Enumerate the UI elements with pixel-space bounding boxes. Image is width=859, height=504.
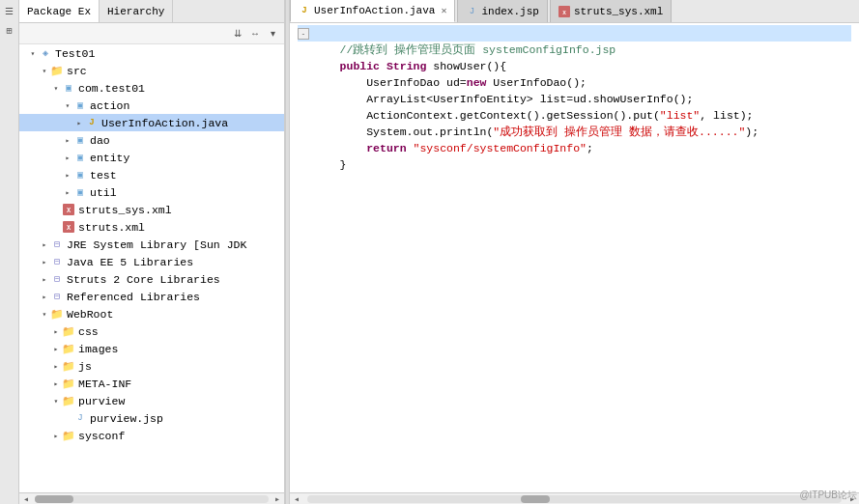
editor-tab-index[interactable]: J index.jsp [457, 0, 547, 22]
project-tree: ▾ ◈ Test01 ▾ 📁 src ▾ ▣ com.test01 [19, 44, 284, 492]
tree-item-test[interactable]: ▸ ▣ test [19, 166, 284, 183]
left-icon-1[interactable]: ☰ [2, 4, 17, 19]
xml-icon-struts-sys: X [62, 203, 75, 216]
code-line-method-decl: public String showUser(){ [298, 58, 851, 74]
arrow-com-test01: ▾ [50, 82, 62, 94]
tree-item-test01[interactable]: ▾ ◈ Test01 [19, 44, 284, 62]
editor-tab-struts-sys[interactable]: X struts_sys.xml [550, 0, 672, 22]
label-userinfo-action: UserInfoAction.java [101, 117, 228, 129]
tree-item-entity[interactable]: ▸ ▣ entity [19, 149, 284, 166]
tree-item-com-test01[interactable]: ▾ ▣ com.test01 [19, 79, 284, 97]
code-line-arraylist: ArrayList<UserInfoEntity> list=ud.showUs… [298, 91, 851, 107]
link-editor-button[interactable]: ↔ [247, 26, 263, 42]
label-test: test [90, 169, 117, 182]
jsp-icon-purview: J [73, 411, 87, 425]
left-icon-strip: ☰ ⊞ [0, 0, 19, 504]
code-comment-text: //跳转到 操作管理员页面 systemConfigInfo.jsp [313, 42, 616, 58]
tree-item-purview-jsp[interactable]: ▸ J purview.jsp [19, 409, 284, 427]
xml-icon-struts: X [62, 220, 75, 234]
code-line-close-brace: } [298, 156, 851, 173]
code-editor[interactable]: - //跳转到 操作管理员页面 systemConfigInfo.jsp pub… [290, 23, 859, 492]
label-jre: JRE System Library [Sun JDK [67, 238, 246, 251]
svg-text:X: X [562, 10, 566, 16]
editor-tab-userinfo-label: UserInfoAction.java [314, 5, 435, 16]
label-webroot: WebRoot [67, 308, 113, 321]
tree-item-jre[interactable]: ▸ ⊟ JRE System Library [Sun JDK [19, 236, 284, 253]
code-arraylist: ArrayList<UserInfoEntity> list=ud.showUs… [313, 91, 693, 107]
code-content: - //跳转到 操作管理员页面 systemConfigInfo.jsp pub… [290, 23, 859, 492]
arrow-images: ▸ [50, 343, 62, 354]
arrow-dao: ▸ [62, 134, 73, 146]
left-icon-2[interactable]: ⊞ [2, 23, 17, 39]
java-tab-icon: J [299, 5, 310, 16]
collapse-btn-1[interactable]: - [298, 28, 309, 40]
menu-button[interactable]: ▾ [265, 26, 280, 42]
code-line-dao-init: UserInfoDao ud=new UserInfoDao(); [298, 74, 851, 91]
label-javaee: Java EE 5 Libraries [67, 256, 193, 268]
arrow-javaee: ▸ [39, 256, 50, 267]
tree-item-js[interactable]: ▸ 📁 js [19, 357, 284, 375]
tree-item-userinfo-action[interactable]: ▸ J UserInfoAction.java [19, 114, 284, 131]
scroll-track-horizontal [35, 495, 269, 503]
label-js: js [78, 360, 92, 373]
tree-item-struts-xml[interactable]: ▸ X struts.xml [19, 218, 284, 236]
tab-hierarchy[interactable]: Hierarchy [100, 0, 173, 22]
scroll-thumb-horizontal[interactable] [35, 495, 73, 503]
tree-item-images[interactable]: ▸ 📁 images [19, 340, 284, 357]
tab-close-userinfo[interactable]: ✕ [441, 5, 446, 16]
tree-item-struts-sys-xml[interactable]: ▸ X struts_sys.xml [19, 201, 284, 218]
editor-scroll-thumb[interactable] [521, 495, 550, 503]
label-sysconf: sysconf [78, 430, 125, 442]
scroll-right-btn[interactable]: ▸ [271, 493, 284, 505]
label-action: action [90, 99, 129, 112]
tree-item-referenced-libs[interactable]: ▸ ⊟ Referenced Libraries [19, 288, 284, 305]
tree-item-meta-inf[interactable]: ▸ 📁 META-INF [19, 375, 284, 392]
panel-tabs: Package Ex Hierarchy [19, 0, 284, 23]
label-images: images [78, 343, 118, 355]
editor-tab-userinfo[interactable]: J UserInfoAction.java ✕ [290, 0, 455, 22]
java-icon-userinfo: J [85, 116, 99, 129]
tree-item-action[interactable]: ▾ ▣ action [19, 97, 284, 114]
tree-item-util[interactable]: ▸ ▣ util [19, 183, 284, 201]
arrow-purview: ▾ [50, 395, 62, 406]
arrow-webroot: ▾ [39, 308, 50, 320]
code-line-return: return "sysconf/systemConfigInfo"; [298, 140, 851, 156]
close-brace: } [313, 156, 347, 173]
editor-scrollbar[interactable]: ◂ ▸ [290, 492, 859, 504]
code-println: System.out.println("成功获取到 操作员管理 数据，请查收..… [313, 124, 759, 140]
tab-package-explorer[interactable]: Package Ex [19, 0, 100, 22]
tree-item-dao[interactable]: ▸ ▣ dao [19, 131, 284, 149]
collapse-all-button[interactable]: ⇊ [230, 26, 245, 42]
code-line-println: System.out.println("成功获取到 操作员管理 数据，请查收..… [298, 124, 851, 140]
folder-icon-css: 📁 [62, 324, 75, 338]
kw-return: return [313, 140, 414, 156]
arrow-js: ▸ [50, 360, 62, 372]
label-dao: dao [90, 134, 110, 147]
arrow-test: ▸ [62, 169, 73, 181]
tree-item-sysconf[interactable]: ▸ 📁 sysconf [19, 427, 284, 444]
package-icon-dao: ▣ [73, 133, 87, 147]
editor-scroll-left[interactable]: ◂ [290, 493, 303, 505]
lib-icon-referenced: ⊟ [50, 290, 64, 303]
tree-item-css[interactable]: ▸ 📁 css [19, 322, 284, 340]
scroll-left-btn[interactable]: ◂ [19, 493, 33, 505]
kw-public: public [313, 58, 387, 74]
arrow-css: ▸ [50, 325, 62, 337]
tree-item-purview[interactable]: ▾ 📁 purview [19, 392, 284, 409]
tree-item-src[interactable]: ▾ 📁 src [19, 62, 284, 79]
tree-item-struts2[interactable]: ▸ ⊟ Struts 2 Core Libraries [19, 270, 284, 288]
label-src: src [67, 65, 87, 77]
arrow-util: ▸ [62, 186, 73, 198]
editor-panel: J UserInfoAction.java ✕ J index.jsp X [290, 0, 859, 504]
panel-scrollbar[interactable]: ◂ ▸ [19, 492, 284, 504]
arrow-userinfo: ▸ [73, 117, 85, 128]
arrow-meta-inf: ▸ [50, 378, 62, 389]
lib-icon-javaee: ⊟ [50, 255, 64, 268]
xml-tab-icon: X [558, 6, 570, 17]
tree-item-webroot[interactable]: ▾ 📁 WebRoot [19, 305, 284, 322]
package-icon-entity: ▣ [73, 151, 87, 164]
watermark: @ITPUB论坛 [799, 489, 857, 502]
panel-toolbar: ⇊ ↔ ▾ [19, 23, 284, 44]
left-panel: Package Ex Hierarchy ⇊ ↔ ▾ ▾ ◈ Test01 [19, 0, 285, 504]
tree-item-javaee[interactable]: ▸ ⊟ Java EE 5 Libraries [19, 253, 284, 270]
